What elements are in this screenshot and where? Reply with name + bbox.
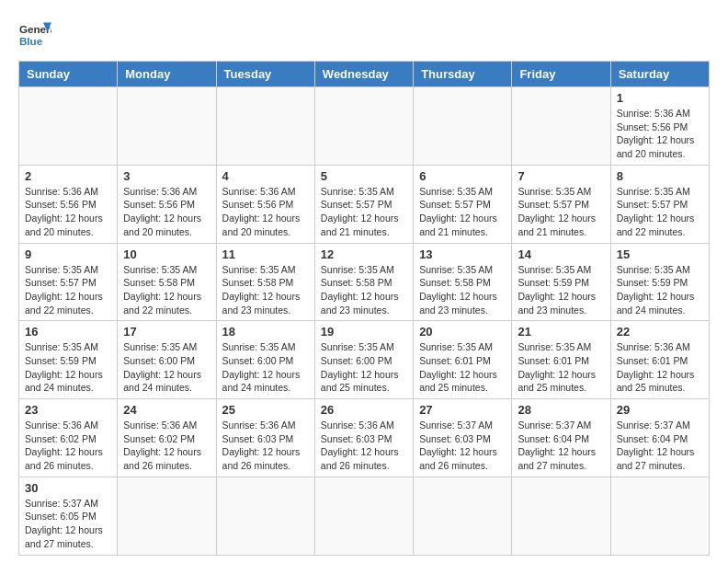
column-header-wednesday: Wednesday (314, 62, 413, 87)
day-info: Sunrise: 5:35 AM Sunset: 5:58 PM Dayligh… (321, 263, 407, 317)
day-number: 26 (321, 403, 407, 417)
day-number: 15 (617, 247, 703, 261)
page-header: GeneralBlue (18, 18, 710, 52)
day-info: Sunrise: 5:37 AM Sunset: 6:05 PM Dayligh… (25, 497, 111, 551)
day-info: Sunrise: 5:35 AM Sunset: 5:57 PM Dayligh… (518, 185, 604, 239)
day-number: 21 (518, 325, 604, 339)
day-number: 19 (321, 325, 407, 339)
day-number: 12 (321, 247, 407, 261)
calendar-cell: 20Sunrise: 5:35 AM Sunset: 6:01 PM Dayli… (414, 321, 512, 399)
day-number: 18 (222, 325, 309, 339)
day-info: Sunrise: 5:36 AM Sunset: 5:56 PM Dayligh… (123, 185, 210, 239)
day-info: Sunrise: 5:36 AM Sunset: 6:03 PM Dayligh… (321, 419, 407, 473)
day-number: 27 (419, 403, 506, 417)
calendar-cell: 24Sunrise: 5:36 AM Sunset: 6:02 PM Dayli… (118, 399, 216, 477)
calendar-cell (610, 477, 709, 555)
column-header-friday: Friday (512, 62, 610, 87)
day-info: Sunrise: 5:35 AM Sunset: 5:58 PM Dayligh… (222, 263, 309, 317)
day-info: Sunrise: 5:35 AM Sunset: 5:59 PM Dayligh… (25, 340, 111, 395)
calendar-cell: 3Sunrise: 5:36 AM Sunset: 5:56 PM Daylig… (118, 165, 216, 243)
calendar-cell: 7Sunrise: 5:35 AM Sunset: 5:57 PM Daylig… (512, 165, 610, 243)
calendar-cell: 13Sunrise: 5:35 AM Sunset: 5:58 PM Dayli… (414, 243, 512, 321)
day-number: 4 (222, 169, 309, 183)
svg-text:Blue: Blue (19, 35, 43, 47)
day-info: Sunrise: 5:35 AM Sunset: 6:00 PM Dayligh… (123, 340, 210, 395)
calendar-cell: 22Sunrise: 5:36 AM Sunset: 6:01 PM Dayli… (610, 321, 709, 399)
calendar-cell: 12Sunrise: 5:35 AM Sunset: 5:58 PM Dayli… (314, 243, 413, 321)
day-number: 23 (25, 403, 111, 417)
calendar-cell (314, 87, 413, 166)
column-header-sunday: Sunday (19, 62, 118, 87)
day-number: 29 (617, 403, 703, 417)
calendar-cell: 25Sunrise: 5:36 AM Sunset: 6:03 PM Dayli… (216, 399, 314, 477)
calendar-cell: 17Sunrise: 5:35 AM Sunset: 6:00 PM Dayli… (118, 321, 216, 399)
calendar-cell: 29Sunrise: 5:37 AM Sunset: 6:04 PM Dayli… (610, 399, 709, 477)
day-number: 11 (222, 247, 309, 261)
day-number: 22 (617, 325, 703, 339)
day-info: Sunrise: 5:35 AM Sunset: 5:57 PM Dayligh… (419, 185, 506, 239)
day-info: Sunrise: 5:36 AM Sunset: 6:02 PM Dayligh… (25, 419, 111, 473)
day-number: 2 (25, 169, 111, 183)
day-info: Sunrise: 5:35 AM Sunset: 5:57 PM Dayligh… (321, 185, 407, 239)
calendar-cell: 10Sunrise: 5:35 AM Sunset: 5:58 PM Dayli… (118, 243, 216, 321)
calendar-cell: 26Sunrise: 5:36 AM Sunset: 6:03 PM Dayli… (314, 399, 413, 477)
calendar-cell: 21Sunrise: 5:35 AM Sunset: 6:01 PM Dayli… (512, 321, 610, 399)
calendar-cell: 19Sunrise: 5:35 AM Sunset: 6:00 PM Dayli… (314, 321, 413, 399)
calendar-cell: 18Sunrise: 5:35 AM Sunset: 6:00 PM Dayli… (216, 321, 314, 399)
day-info: Sunrise: 5:37 AM Sunset: 6:04 PM Dayligh… (518, 419, 604, 473)
calendar-cell: 23Sunrise: 5:36 AM Sunset: 6:02 PM Dayli… (19, 399, 118, 477)
calendar-cell (512, 87, 610, 166)
calendar-cell: 30Sunrise: 5:37 AM Sunset: 6:05 PM Dayli… (19, 477, 118, 555)
column-header-monday: Monday (118, 62, 216, 87)
calendar-cell: 27Sunrise: 5:37 AM Sunset: 6:03 PM Dayli… (414, 399, 512, 477)
day-info: Sunrise: 5:35 AM Sunset: 6:00 PM Dayligh… (321, 340, 407, 395)
day-info: Sunrise: 5:36 AM Sunset: 5:56 PM Dayligh… (617, 107, 703, 161)
day-number: 5 (321, 169, 407, 183)
day-info: Sunrise: 5:35 AM Sunset: 6:01 PM Dayligh… (419, 340, 506, 395)
day-number: 6 (419, 169, 506, 183)
calendar-cell: 4Sunrise: 5:36 AM Sunset: 5:56 PM Daylig… (216, 165, 314, 243)
day-number: 3 (123, 169, 210, 183)
day-info: Sunrise: 5:36 AM Sunset: 5:56 PM Dayligh… (25, 185, 111, 239)
day-info: Sunrise: 5:36 AM Sunset: 6:03 PM Dayligh… (222, 419, 309, 473)
calendar-cell (314, 477, 413, 555)
day-info: Sunrise: 5:35 AM Sunset: 5:57 PM Dayligh… (617, 185, 703, 239)
day-number: 28 (518, 403, 604, 417)
day-info: Sunrise: 5:35 AM Sunset: 5:59 PM Dayligh… (518, 263, 604, 317)
day-number: 17 (123, 325, 210, 339)
day-number: 25 (222, 403, 309, 417)
day-info: Sunrise: 5:35 AM Sunset: 6:00 PM Dayligh… (222, 340, 309, 395)
calendar-cell: 11Sunrise: 5:35 AM Sunset: 5:58 PM Dayli… (216, 243, 314, 321)
day-info: Sunrise: 5:35 AM Sunset: 6:01 PM Dayligh… (518, 340, 604, 395)
day-number: 10 (123, 247, 210, 261)
calendar-cell: 8Sunrise: 5:35 AM Sunset: 5:57 PM Daylig… (610, 165, 709, 243)
calendar-cell: 14Sunrise: 5:35 AM Sunset: 5:59 PM Dayli… (512, 243, 610, 321)
calendar-cell: 9Sunrise: 5:35 AM Sunset: 5:57 PM Daylig… (19, 243, 118, 321)
day-info: Sunrise: 5:37 AM Sunset: 6:04 PM Dayligh… (617, 419, 703, 473)
calendar: SundayMondayTuesdayWednesdayThursdayFrid… (18, 61, 710, 556)
calendar-cell (414, 477, 512, 555)
day-number: 30 (25, 481, 111, 495)
day-number: 7 (518, 169, 604, 183)
day-info: Sunrise: 5:35 AM Sunset: 5:59 PM Dayligh… (617, 263, 703, 317)
calendar-cell (19, 87, 118, 166)
calendar-cell (118, 87, 216, 166)
day-number: 24 (123, 403, 210, 417)
day-number: 16 (25, 325, 111, 339)
day-info: Sunrise: 5:36 AM Sunset: 6:02 PM Dayligh… (123, 419, 210, 473)
calendar-cell: 2Sunrise: 5:36 AM Sunset: 5:56 PM Daylig… (19, 165, 118, 243)
calendar-cell (512, 477, 610, 555)
calendar-cell: 15Sunrise: 5:35 AM Sunset: 5:59 PM Dayli… (610, 243, 709, 321)
calendar-cell: 16Sunrise: 5:35 AM Sunset: 5:59 PM Dayli… (19, 321, 118, 399)
day-number: 1 (617, 91, 703, 105)
column-header-tuesday: Tuesday (216, 62, 314, 87)
day-info: Sunrise: 5:35 AM Sunset: 5:58 PM Dayligh… (419, 263, 506, 317)
calendar-cell: 1Sunrise: 5:36 AM Sunset: 5:56 PM Daylig… (610, 87, 709, 166)
calendar-cell (414, 87, 512, 166)
day-number: 14 (518, 247, 604, 261)
calendar-cell (216, 477, 314, 555)
day-info: Sunrise: 5:35 AM Sunset: 5:57 PM Dayligh… (25, 263, 111, 317)
day-info: Sunrise: 5:37 AM Sunset: 6:03 PM Dayligh… (419, 419, 506, 473)
day-info: Sunrise: 5:36 AM Sunset: 5:56 PM Dayligh… (222, 185, 309, 239)
day-info: Sunrise: 5:36 AM Sunset: 6:01 PM Dayligh… (617, 340, 703, 395)
